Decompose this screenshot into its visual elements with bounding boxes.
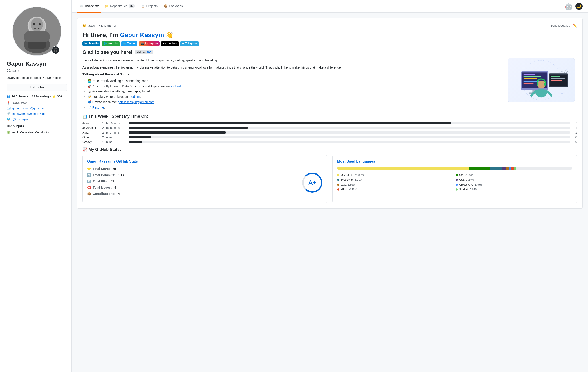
language-grid: JavaScript 74.82% C# 12.06%: [337, 173, 572, 191]
total-issues-row: ⭕ Total Issues: 4: [87, 186, 299, 189]
website-link[interactable]: https://gkassym.netlify.app: [12, 112, 46, 115]
main-area: 📖 Overview 📁 Repositories 33 📋 Projects …: [72, 0, 588, 372]
html-pct: 0.73%: [349, 188, 357, 191]
grade-value: A+: [308, 179, 316, 186]
readme-two-col: I am a full-stack software engineer and …: [83, 58, 577, 114]
website-label: Website: [108, 42, 118, 45]
waka-bar-bg-1: [128, 127, 570, 129]
github-stats-title: 📈 My GitHub Stats:: [83, 147, 121, 152]
link-icon: 🔗: [7, 112, 10, 115]
instagram-icon: 📷: [141, 42, 144, 45]
objc-pct: 1.45%: [475, 183, 482, 186]
ts-dot: [337, 179, 339, 181]
dark-mode-toggle[interactable]: 🌙: [576, 3, 583, 10]
bullet-5-text: 📄 Resume.: [88, 105, 105, 110]
waka-lang-3: Other: [83, 136, 100, 139]
tab-packages-label: Packages: [169, 4, 183, 8]
highlight-text: Arctic Code Vault Contributor: [12, 131, 49, 134]
twitter-icon: 🐦: [7, 117, 10, 121]
headphones-badge: 🎧: [52, 46, 60, 54]
waka-row-3: Other 28 mins 0: [83, 136, 577, 139]
send-feedback-link[interactable]: Send feedback: [550, 24, 570, 27]
page-layout: 🎧 Gapur Kassym Gapur JavaScript, React.j…: [0, 0, 588, 372]
svg-rect-28: [544, 83, 546, 86]
readme-left: I am a full-stack software engineer and …: [83, 58, 500, 114]
linkedin-badge[interactable]: in LinkedIn: [83, 41, 100, 46]
location-icon: 📍: [7, 101, 10, 105]
lang-item-starlark: Starlark 0.64%: [456, 188, 572, 191]
tab-projects[interactable]: 📋 Projects: [138, 0, 160, 12]
language-bar: [337, 167, 572, 170]
stars-count[interactable]: 306: [57, 95, 62, 98]
svg-rect-15: [524, 80, 539, 82]
edit-icon[interactable]: ✏️: [573, 23, 577, 28]
following-count[interactable]: 13 following: [32, 95, 49, 98]
total-prs-row: 🔃 Total PRs: 53: [87, 180, 299, 183]
contributed-icon: 📦: [87, 192, 91, 196]
instagram-label: Instagram: [145, 42, 158, 45]
tab-overview[interactable]: 📖 Overview: [77, 0, 101, 12]
csharp-segment: [469, 167, 490, 170]
svg-rect-23: [551, 80, 563, 80]
location-item: 📍 Kazakhstan: [7, 101, 67, 105]
website-badge[interactable]: 🌐 Website: [102, 41, 120, 46]
lang-item-ts: TypeScript 6.20%: [337, 178, 454, 181]
svg-rect-8: [24, 31, 50, 42]
waka-bar-4: [128, 141, 142, 143]
tab-repositories[interactable]: 📁 Repositories 33: [102, 0, 137, 12]
stars-label: Total Stars:: [93, 167, 110, 171]
medium-icon: ●●: [163, 42, 166, 45]
medium-label: medium: [167, 42, 177, 45]
starlark-pct: 0.64%: [470, 188, 477, 191]
stats-content: ⭐ Total Stars: 70 🔄 Total Commits: 1.1k: [87, 167, 322, 198]
tab-packages[interactable]: 📦 Packages: [161, 0, 185, 12]
twitter-link[interactable]: @GKassym: [12, 117, 28, 121]
js-segment: [337, 167, 469, 170]
wakatime-heading: 📊 This Week I Spent My Time On:: [83, 114, 577, 119]
issues-icon: ⭕: [87, 186, 91, 189]
desc2: As a software engineer, I enjoy using my…: [83, 65, 500, 70]
medium-badge[interactable]: ●● medium: [161, 41, 179, 46]
waka-bar-bg-0: [128, 122, 570, 124]
glad-text: Glad to see you here!: [83, 49, 133, 55]
followers-count[interactable]: 16 followers: [12, 95, 28, 98]
email-link[interactable]: gapur.kassym@gmail.com: [12, 107, 46, 110]
bullet-list: •🧑‍💻 I'm currently working on something …: [83, 78, 500, 110]
issues-value: 4: [115, 186, 116, 189]
bullet-1: •🚀 I'm currently learning Data Structure…: [84, 84, 500, 89]
waka-row-4: Groovy 12 mins 0: [83, 140, 577, 144]
waka-time-3: 28 mins: [102, 136, 127, 139]
css-segment: [502, 167, 506, 170]
github-stats-heading: 📈 My GitHub Stats:: [83, 147, 577, 152]
contributed-to-row: 📦 Contributed to: 4: [87, 192, 299, 196]
css-dot: [456, 179, 458, 181]
waka-lang-4: Groovy: [83, 140, 100, 144]
waka-row-1: JavaScript 2 hrs 46 mins 1: [83, 126, 577, 130]
twitter-badge[interactable]: 🐦 Twitter: [121, 41, 137, 46]
edit-profile-button[interactable]: Edit profile: [7, 83, 67, 91]
waka-pct-2: 1: [572, 131, 577, 134]
most-used-title: Most Used Languages: [337, 160, 572, 163]
visitors-badge: visitors 205: [135, 50, 153, 54]
telegram-badge[interactable]: ✈ Telegram: [180, 41, 199, 46]
wave-emoji: 👋: [166, 31, 173, 38]
ts-pct: 6.20%: [355, 178, 362, 181]
bullet-5: •📄 Resume.: [84, 105, 500, 110]
username-colored: Gapur Kassym: [120, 31, 164, 38]
svg-text:+: +: [520, 67, 522, 71]
stars-icon2: ⭐: [87, 167, 91, 171]
svg-point-26: [537, 80, 545, 89]
waka-bar-0: [128, 122, 451, 124]
js-name: JavaScript: [341, 173, 353, 176]
waka-time-1: 2 hrs 46 mins: [102, 126, 127, 130]
location-text: Kazakhstan: [12, 101, 28, 105]
linkedin-icon: in: [84, 42, 87, 45]
readme-right: </>: [505, 58, 577, 114]
highlight-item: ✳️ Arctic Code Vault Contributor: [7, 131, 67, 134]
packages-icon: 📦: [164, 4, 168, 8]
instagram-badge[interactable]: 📷 Instagram: [139, 41, 159, 46]
stats-two-col: Gapur Kassym's GitHub Stats ⭐ Total Star…: [83, 155, 577, 203]
waka-pct-3: 0: [572, 136, 577, 139]
bullet-2-text: 💬 Ask me about anything, I am happy to h…: [88, 89, 152, 94]
waka-pct-0: 7: [572, 121, 577, 125]
